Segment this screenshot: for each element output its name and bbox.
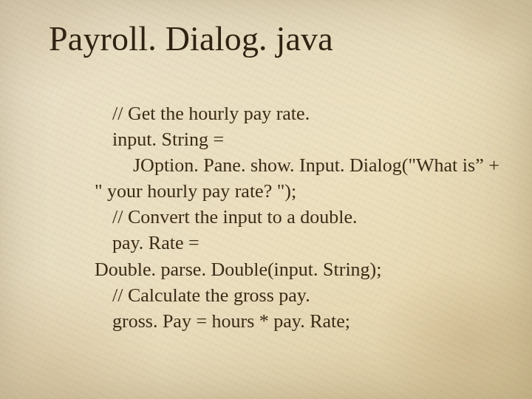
slide-title: Payroll. Dialog. java xyxy=(49,19,333,58)
code-line: Double. parse. Double(input. String); xyxy=(95,256,488,282)
code-line: gross. Pay = hours * pay. Rate; xyxy=(95,308,488,334)
code-block: // Get the hourly pay rate. input. Strin… xyxy=(95,100,488,334)
code-line: // Calculate the gross pay. xyxy=(95,282,488,308)
code-line: input. String = xyxy=(95,126,488,152)
slide: Payroll. Dialog. java // Get the hourly … xyxy=(0,0,532,399)
code-line: // Convert the input to a double. xyxy=(95,204,488,230)
code-line: " your hourly pay rate? "); xyxy=(95,178,488,204)
code-line: pay. Rate = xyxy=(95,230,488,256)
code-line: JOption. Pane. show. Input. Dialog("What… xyxy=(95,152,488,178)
code-line: // Get the hourly pay rate. xyxy=(95,100,488,126)
